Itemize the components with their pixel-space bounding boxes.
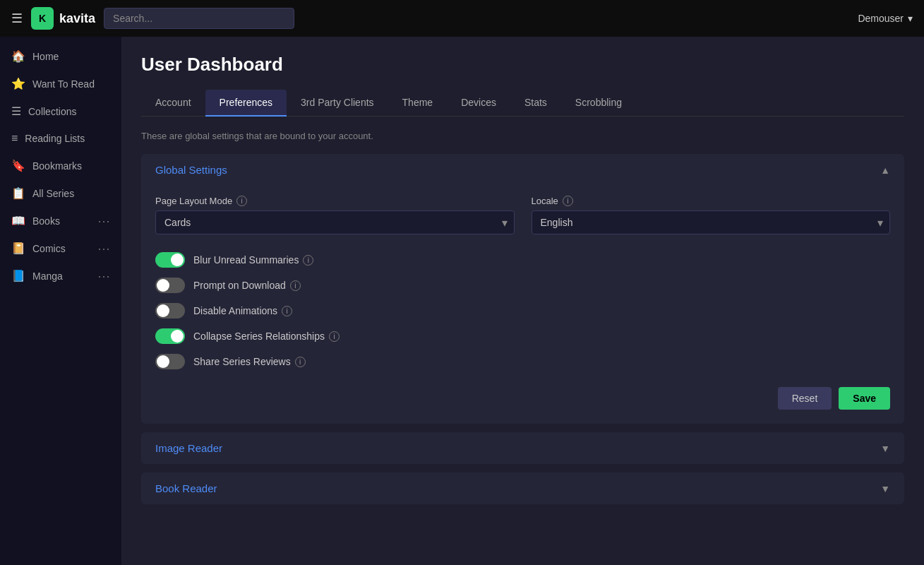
form-row-layout-locale: Page Layout Mode i Cards Locale i [155,196,890,234]
image-reader-card: Image Reader ▼ [141,432,904,464]
toggle-knob-share-reviews [157,355,169,368]
page-layout-select-wrap: Cards [155,210,515,234]
sidebar-icon-want-to-read: ⭐ [11,77,25,90]
global-settings-header[interactable]: Global Settings ▲ [141,154,904,186]
toggles-container: Blur Unread Summaries i Prompt on Downlo… [155,247,890,374]
page-title: User Dashboard [141,54,904,76]
locale-info-icon[interactable]: i [563,196,573,206]
sidebar-item-all-series[interactable]: 📋 All Series [0,179,121,207]
image-reader-header[interactable]: Image Reader ▼ [141,432,904,464]
sidebar-item-books[interactable]: 📖 Books ⋯ [0,207,121,234]
sidebar-label-manga: Manga [32,270,63,282]
reset-button[interactable]: Reset [778,387,832,410]
sidebar-label-books: Books [32,215,60,227]
locale-group: Locale i English [532,196,891,234]
sidebar-label-bookmarks: Bookmarks [32,160,82,172]
user-dropdown-icon: ▾ [908,13,913,24]
sidebar-label-comics: Comics [32,243,66,254]
sidebar-icon-manga: 📘 [11,269,25,282]
book-reader-chevron-icon: ▼ [880,483,890,494]
hamburger-icon[interactable]: ☰ [11,11,23,26]
toggle-label-collapse-series: Collapse Series Relationships i [193,331,340,342]
sidebar-item-bookmarks[interactable]: 🔖 Bookmarks [0,152,121,179]
toggle-knob-collapse-series [171,330,184,343]
sidebar-icon-collections: ☰ [11,105,21,118]
sidebar-item-collections[interactable]: ☰ Collections [0,97,121,125]
toggle-prompt-download[interactable] [155,278,185,293]
book-reader-header[interactable]: Book Reader ▼ [141,472,904,504]
tabs: AccountPreferences3rd Party ClientsTheme… [141,90,904,117]
page-layout-label: Page Layout Mode i [155,196,515,206]
toggle-blur-unread[interactable] [155,252,185,268]
logo: K kavita [31,7,95,30]
sidebar-item-manga[interactable]: 📘 Manga ⋯ [0,262,121,290]
toggle-label-disable-animations: Disable Animations i [193,305,292,316]
toggle-knob-prompt-download [157,279,169,292]
button-row: Reset Save [155,387,890,410]
toggle-label-share-reviews: Share Series Reviews i [193,356,306,367]
toggle-info-icon-disable-animations[interactable]: i [282,306,292,316]
sidebar-label-reading-lists: Reading Lists [25,133,85,144]
image-reader-chevron-icon: ▼ [880,443,890,454]
sidebar-label-all-series: All Series [32,188,74,199]
page-layout-select[interactable]: Cards [155,210,515,234]
toggle-knob-disable-animations [157,304,169,317]
sidebar-dots-manga[interactable]: ⋯ [97,270,110,282]
subtitle: These are global settings that are bound… [141,131,904,141]
tab-devices[interactable]: Devices [447,90,510,117]
page-layout-group: Page Layout Mode i Cards [155,196,515,234]
locale-label: Locale i [532,196,891,206]
global-settings-card: Global Settings ▲ Page Layout Mode i Car… [141,154,904,424]
toggle-row-blur-unread: Blur Unread Summaries i [155,247,890,273]
toggle-collapse-series[interactable] [155,328,185,344]
sidebar-item-home[interactable]: 🏠 Home [0,42,121,70]
toggle-label-blur-unread: Blur Unread Summaries i [193,254,313,266]
search-input[interactable] [104,8,294,29]
sidebar-icon-bookmarks: 🔖 [11,159,25,172]
main-content: User Dashboard AccountPreferences3rd Par… [121,37,924,565]
save-button[interactable]: Save [839,387,890,410]
toggle-label-prompt-download: Prompt on Download i [193,280,301,291]
toggle-info-icon-share-reviews[interactable]: i [295,357,306,367]
sidebar-label-collections: Collections [28,106,76,117]
toggle-share-reviews[interactable] [155,354,185,369]
sidebar-item-comics[interactable]: 📔 Comics ⋯ [0,234,121,262]
tab-account[interactable]: Account [141,90,205,117]
book-reader-card: Book Reader ▼ [141,472,904,504]
logo-text: kavita [59,11,95,26]
toggle-info-icon-collapse-series[interactable]: i [329,331,340,342]
sidebar-icon-reading-lists: ≡ [11,132,18,145]
sidebar-icon-all-series: 📋 [11,186,25,200]
tab-theme[interactable]: Theme [388,90,448,117]
toggle-row-collapse-series: Collapse Series Relationships i [155,323,890,349]
sidebar-icon-comics: 📔 [11,242,25,255]
tab-preferences[interactable]: Preferences [205,90,287,117]
sidebar-label-want-to-read: Want To Read [32,78,95,90]
toggle-knob-blur-unread [171,254,184,266]
book-reader-title: Book Reader [155,482,217,494]
tab-stats[interactable]: Stats [510,90,561,117]
global-settings-body: Page Layout Mode i Cards Locale i [141,186,904,424]
global-settings-chevron-icon: ▲ [880,165,890,176]
locale-select[interactable]: English [532,210,891,234]
tab-scrobbling[interactable]: Scrobbling [561,90,636,117]
sidebar-icon-home: 🏠 [11,49,25,63]
sidebar-item-want-to-read[interactable]: ⭐ Want To Read [0,70,121,97]
sidebar-dots-books[interactable]: ⋯ [97,215,110,227]
user-menu[interactable]: Demouser ▾ [858,13,913,24]
toggle-info-icon-blur-unread[interactable]: i [303,255,313,266]
locale-select-wrap: English [532,210,891,234]
sidebar-dots-comics[interactable]: ⋯ [97,242,110,255]
sidebar-label-home: Home [32,51,59,62]
sidebar-item-reading-lists[interactable]: ≡ Reading Lists [0,125,121,152]
tab-3rd-party-clients[interactable]: 3rd Party Clients [287,90,388,117]
logo-icon: K [31,7,54,30]
page-layout-info-icon[interactable]: i [236,196,247,206]
toggle-row-prompt-download: Prompt on Download i [155,273,890,298]
toggle-disable-animations[interactable] [155,303,185,319]
toggle-row-disable-animations: Disable Animations i [155,298,890,323]
toggle-row-share-reviews: Share Series Reviews i [155,349,890,374]
toggle-info-icon-prompt-download[interactable]: i [290,280,301,291]
sidebar: 🏠 Home ⭐ Want To Read ☰ Collections ≡ Re… [0,37,121,565]
image-reader-title: Image Reader [155,442,222,454]
